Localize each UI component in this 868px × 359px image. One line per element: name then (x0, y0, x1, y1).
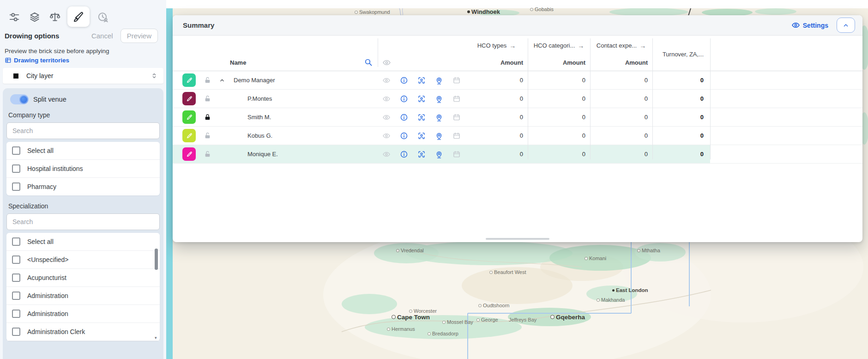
scales-icon[interactable] (49, 11, 61, 23)
checkbox-row[interactable]: Administration Clerk (6, 323, 160, 341)
search-icon[interactable] (364, 58, 373, 67)
checkbox[interactable] (12, 328, 20, 336)
checkbox-row[interactable]: <Unspecified> (6, 251, 160, 269)
lock-closed-icon[interactable] (199, 108, 215, 126)
row-info-icon[interactable] (395, 71, 413, 89)
turnover-cell: 0 (652, 108, 710, 126)
row-location-pin-icon[interactable] (430, 108, 448, 126)
lock-open-icon[interactable] (199, 90, 215, 108)
table-row[interactable]: Smith M.0000 (173, 108, 862, 127)
row-person-scan-icon[interactable] (413, 90, 430, 108)
amount-cell: 0 (528, 71, 590, 89)
row-person-scan-icon[interactable] (413, 127, 430, 145)
row-calendar-icon[interactable] (448, 71, 465, 89)
checkbox[interactable] (12, 237, 20, 246)
preview-button[interactable]: Preview (121, 29, 158, 43)
column-group-contact-expenses[interactable]: Contact expe... → (590, 42, 652, 49)
column-turnover[interactable]: Turnover, ZA,... (652, 51, 710, 58)
lock-open-icon[interactable] (199, 145, 215, 163)
row-person-scan-icon[interactable] (413, 145, 430, 163)
layer-color-swatch (13, 73, 18, 79)
row-calendar-icon[interactable] (448, 108, 465, 126)
layers-icon[interactable] (29, 11, 41, 23)
amount-header[interactable]: Amount (465, 59, 528, 66)
row-info-icon[interactable] (395, 90, 413, 108)
checkbox-row[interactable]: Hospital institutions (6, 160, 160, 178)
settings-label: Settings (803, 22, 828, 29)
row-spacer (710, 145, 862, 163)
panel-resize-handle[interactable] (486, 238, 549, 240)
row-calendar-icon[interactable] (448, 90, 465, 108)
sliders-icon[interactable] (8, 11, 20, 23)
row-info-icon[interactable] (395, 108, 413, 126)
checkbox[interactable] (12, 256, 20, 264)
checkbox-row[interactable]: Select all (6, 142, 160, 160)
checkbox[interactable] (12, 274, 20, 282)
history-icon[interactable] (97, 11, 109, 23)
checkbox[interactable] (12, 183, 20, 191)
table-row[interactable]: Demo Manager0000 (173, 71, 862, 90)
table-row[interactable]: Monique E.0000 (173, 145, 862, 164)
stepper-updown-icon[interactable] (151, 71, 158, 81)
scrollbar-thumb[interactable] (155, 249, 158, 270)
row-calendar-icon[interactable] (448, 127, 465, 145)
scroll-down-arrow[interactable]: ▾ (155, 336, 157, 340)
checkbox[interactable] (12, 146, 20, 155)
pencil-icon[interactable] (182, 110, 196, 124)
row-person-scan-icon[interactable] (413, 71, 430, 89)
checkbox[interactable] (12, 164, 20, 173)
scrollbar[interactable]: ▾ (155, 235, 158, 339)
row-eye-icon[interactable] (378, 108, 395, 126)
layer-select[interactable]: City layer (3, 68, 163, 84)
row-calendar-icon[interactable] (448, 145, 465, 163)
turnover-cell: 0 (652, 127, 710, 145)
row-eye-icon[interactable] (378, 71, 395, 89)
column-group-hco-types[interactable]: HCO types → (465, 42, 528, 49)
checkbox[interactable] (12, 292, 20, 300)
column-group-hco-categories[interactable]: HCO categori... → (528, 42, 590, 49)
specialization-search-input[interactable] (6, 213, 160, 230)
split-venue-toggle[interactable] (10, 94, 29, 104)
row-eye-icon[interactable] (378, 145, 395, 163)
row-eye-icon[interactable] (378, 127, 395, 145)
pencil-icon[interactable] (182, 92, 196, 105)
lock-open-icon[interactable] (199, 127, 215, 145)
checkbox[interactable] (12, 310, 20, 318)
collapse-panel-button[interactable] (837, 18, 855, 33)
visibility-column-icon[interactable] (378, 58, 395, 67)
name-column-header: Name (229, 54, 378, 71)
pencil-icon[interactable] (182, 129, 196, 142)
cancel-button[interactable]: Cancel (91, 32, 113, 40)
pencil-icon[interactable] (182, 73, 196, 87)
amount-header[interactable]: Amount (528, 59, 590, 66)
drawing-territories-link[interactable]: Drawing territories (5, 57, 162, 64)
company-type-search-input[interactable] (6, 122, 160, 139)
row-info-icon[interactable] (395, 127, 413, 145)
row-person-scan-icon[interactable] (413, 108, 430, 126)
checkbox-row[interactable]: Pharmacy (6, 178, 160, 195)
expand-chevron-icon[interactable] (215, 71, 229, 89)
amount-cell: 0 (528, 127, 590, 145)
settings-button[interactable]: Settings (791, 21, 828, 30)
turnover-cell: 0 (652, 90, 710, 108)
amount-header[interactable]: Amount (590, 59, 652, 66)
row-location-pin-icon[interactable] (430, 145, 448, 163)
table-row[interactable]: Kobus G.0000 (173, 127, 862, 145)
company-type-label: Company type (8, 111, 160, 119)
turnover-cell: 0 (652, 71, 710, 89)
row-eye-icon[interactable] (378, 90, 395, 108)
brush-icon[interactable] (67, 6, 90, 27)
checkbox-row[interactable]: Administration (6, 305, 160, 323)
checkbox-label: Administration Clerk (27, 328, 85, 335)
checkbox-row[interactable]: Administration (6, 287, 160, 305)
row-spacer (710, 90, 862, 108)
lock-open-icon[interactable] (199, 71, 215, 89)
table-row[interactable]: P.Montes0000 (173, 90, 862, 108)
row-location-pin-icon[interactable] (430, 71, 448, 89)
row-location-pin-icon[interactable] (430, 90, 448, 108)
pencil-icon[interactable] (182, 147, 196, 161)
checkbox-row[interactable]: Select all (6, 233, 160, 251)
row-location-pin-icon[interactable] (430, 127, 448, 145)
checkbox-row[interactable]: Acupuncturist (6, 269, 160, 287)
row-info-icon[interactable] (395, 145, 413, 163)
